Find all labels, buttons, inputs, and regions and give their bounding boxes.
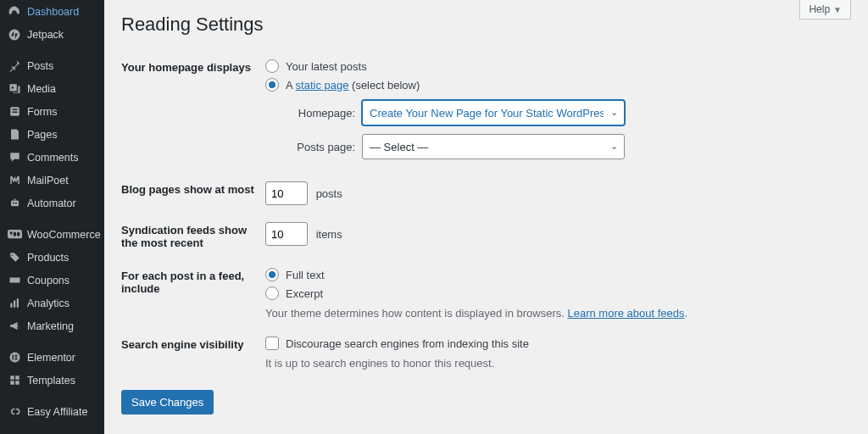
sidebar-item-label: Automator	[27, 198, 76, 209]
svg-rect-19	[10, 381, 14, 385]
seo-description: It is up to search engines to honor this…	[265, 357, 843, 370]
help-label: Help	[809, 3, 830, 15]
page-title: Reading Settings	[121, 14, 851, 36]
save-changes-button[interactable]: Save Changes	[121, 390, 214, 415]
svg-rect-2	[12, 109, 17, 111]
svg-rect-16	[14, 359, 17, 360]
sidebar-item-label: Jetpack	[27, 29, 64, 41]
robot-icon	[7, 196, 22, 211]
sidebar-item-products[interactable]: Products	[0, 246, 104, 269]
sidebar-item-automator[interactable]: Automator	[0, 192, 104, 214]
sidebar-item-easy-affiliate[interactable]: Easy Affiliate	[0, 400, 104, 423]
help-tab[interactable]: Help ▼	[799, 0, 851, 19]
svg-rect-17	[10, 376, 14, 380]
sidebar-item-elementor[interactable]: Elementor	[0, 346, 104, 369]
radio-full-text-input[interactable]	[265, 268, 279, 281]
svg-point-5	[13, 203, 14, 204]
homepage-select[interactable]: Create Your New Page for Your Static Wor…	[362, 100, 625, 125]
sidebar-item-dashboard[interactable]: Dashboard	[0, 0, 104, 23]
sidebar-item-label: Media	[27, 83, 56, 95]
sidebar-item-coupons[interactable]: Coupons	[0, 269, 104, 292]
svg-rect-7	[14, 198, 15, 200]
syndication-input[interactable]	[265, 222, 308, 246]
templates-icon	[7, 373, 22, 388]
sidebar-item-jetpack[interactable]: Jetpack	[0, 23, 104, 46]
radio-static-page[interactable]: A static page (select below)	[265, 78, 843, 92]
sidebar-item-label: Templates	[27, 375, 75, 387]
sidebar-item-templates[interactable]: Templates	[0, 369, 104, 392]
seo-checkbox-label[interactable]: Discourage search engines from indexing …	[265, 337, 843, 350]
svg-rect-10	[14, 301, 15, 308]
sidebar-item-label: Analytics	[27, 298, 70, 309]
media-icon	[7, 81, 22, 97]
svg-rect-4	[11, 201, 19, 207]
sidebar-item-label: Forms	[27, 106, 57, 118]
jetpack-icon	[7, 27, 22, 42]
admin-sidebar: Dashboard Jetpack Posts Media Forms Page…	[0, 0, 104, 434]
checkbox-label: Discourage search engines from indexing …	[286, 337, 529, 350]
pin-icon	[7, 58, 22, 74]
analytics-icon	[7, 296, 22, 311]
sidebar-item-label: WooCommerce	[27, 229, 101, 241]
row-label-homepage: Your homepage displays	[121, 51, 265, 173]
woocommerce-icon	[7, 227, 22, 242]
row-label-blogpages: Blog pages show at most	[121, 173, 265, 214]
sidebar-item-label: Coupons	[27, 275, 70, 287]
radio-label: Excerpt	[286, 287, 323, 300]
seo-checkbox[interactable]	[265, 337, 279, 350]
sidebar-item-label: Easy Affiliate	[27, 406, 87, 418]
sidebar-item-label: Products	[27, 252, 69, 264]
radio-static-page-input[interactable]	[265, 78, 279, 92]
pages-icon	[7, 127, 22, 142]
sidebar-item-marketing[interactable]: Marketing	[0, 314, 104, 337]
sidebar-item-mailpoet[interactable]: MailPoet	[0, 169, 104, 192]
sidebar-item-label: Posts	[27, 60, 53, 72]
unit-label: items	[316, 228, 342, 241]
radio-excerpt-input[interactable]	[265, 287, 279, 300]
blog-pages-input[interactable]	[265, 181, 308, 205]
svg-point-0	[9, 29, 20, 40]
products-icon	[7, 250, 22, 265]
gauge-icon	[7, 4, 22, 19]
sidebar-item-comments[interactable]: Comments	[0, 146, 104, 169]
svg-rect-15	[14, 357, 17, 359]
radio-label: Full text	[286, 269, 325, 281]
svg-rect-13	[12, 355, 14, 360]
radio-latest-posts[interactable]: Your latest posts	[265, 59, 843, 73]
static-page-link[interactable]: static page	[296, 79, 349, 92]
radio-full-text[interactable]: Full text	[265, 268, 843, 281]
chevron-down-icon: ▼	[833, 5, 842, 14]
row-label-seo: Search engine visibility	[121, 328, 265, 378]
learn-more-feeds-link[interactable]: Learn more about feeds	[567, 307, 684, 320]
settings-form: Your homepage displays Your latest posts…	[121, 51, 851, 378]
sidebar-item-forms[interactable]: Forms	[0, 100, 104, 123]
homepage-select-label: Homepage:	[287, 107, 355, 120]
sidebar-item-media[interactable]: Media	[0, 77, 104, 100]
radio-latest-posts-input[interactable]	[265, 59, 279, 73]
sidebar-item-label: Comments	[27, 152, 78, 164]
svg-rect-9	[10, 303, 12, 308]
svg-rect-18	[15, 376, 19, 380]
elementor-icon	[7, 350, 22, 365]
sidebar-item-label: MailPoet	[27, 175, 69, 186]
sidebar-item-label: Pages	[27, 129, 57, 141]
comments-icon	[7, 150, 22, 165]
svg-rect-11	[16, 298, 18, 308]
svg-point-6	[15, 203, 17, 204]
forms-icon	[7, 104, 22, 120]
sidebar-item-analytics[interactable]: Analytics	[0, 292, 104, 314]
radio-label: A static page (select below)	[286, 79, 420, 92]
row-label-syndication: Syndication feeds show the most recent	[121, 214, 265, 259]
sidebar-item-woocommerce[interactable]: WooCommerce	[0, 223, 104, 246]
radio-excerpt[interactable]: Excerpt	[265, 287, 843, 300]
svg-rect-14	[14, 355, 17, 357]
megaphone-icon	[7, 319, 22, 334]
easy-affiliate-icon	[7, 404, 22, 420]
coupons-icon	[7, 273, 22, 288]
svg-rect-3	[12, 112, 17, 114]
sidebar-item-posts[interactable]: Posts	[0, 54, 104, 77]
sidebar-item-pages[interactable]: Pages	[0, 123, 104, 146]
row-label-feed: For each post in a feed, include	[121, 259, 265, 328]
postspage-select[interactable]: — Select —	[362, 134, 625, 159]
unit-label: posts	[316, 187, 342, 200]
